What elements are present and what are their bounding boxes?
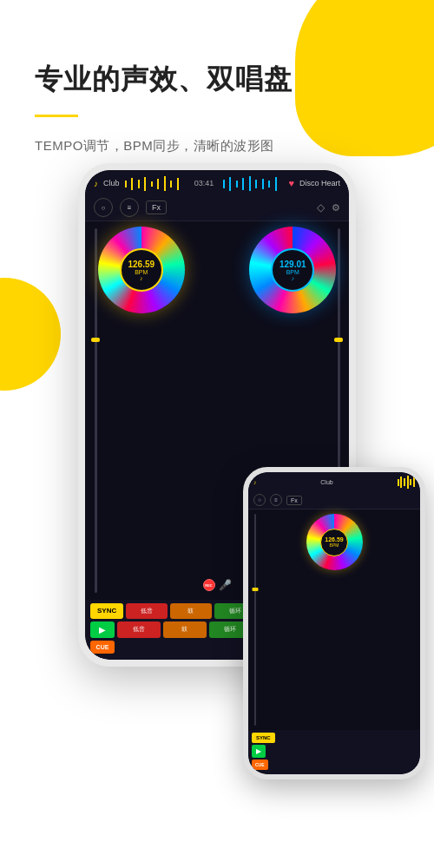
vinyl-center-right: 129.01 BPM ♪ (271, 248, 314, 292)
fx-btn-small[interactable]: Fx (286, 496, 302, 505)
waveform-right (222, 175, 283, 191)
vinyl-disk-right[interactable]: 129.01 BPM ♪ (249, 227, 336, 313)
center-controls: REC 🎤 (198, 225, 237, 596)
btn-drum-2[interactable]: 鼓 (163, 621, 207, 638)
btn-bass-1[interactable]: 低音 (126, 603, 168, 619)
dj-app-small: ♪ Club ○ ≡ (248, 472, 420, 774)
rec-button[interactable]: REC (203, 579, 215, 591)
music-note-icon: ♪ (94, 179, 98, 188)
track-time: 03:41 (194, 179, 214, 187)
cue-btn-small[interactable]: CUE (252, 760, 268, 770)
eq-btn-small[interactable]: ≡ (270, 494, 282, 506)
play-icon: ▶ (99, 625, 106, 635)
cue-button[interactable]: CUE (90, 641, 115, 654)
eq-btn[interactable]: ≡ (120, 198, 139, 217)
bpm-value-left: 126.59 (128, 260, 155, 269)
decorative-blob-top (295, 0, 434, 156)
fx-btn[interactable]: Fx (146, 201, 167, 214)
track-right: ♥ Disco Heart (222, 175, 340, 191)
diamond-icon: ◇ (317, 201, 325, 214)
decks-area-small: 126.59 BPM (248, 510, 420, 730)
controls-row: ○ ≡ Fx ◇ ⚙ (85, 194, 349, 221)
play-button[interactable]: ▶ (90, 621, 115, 638)
phone-secondary-inner: ♪ Club ○ ≡ (248, 472, 420, 774)
btn-row-small-1: SYNC (252, 733, 417, 743)
loop-btn-small[interactable]: ○ (253, 494, 266, 506)
deck-small-left: 126.59 BPM (252, 512, 417, 727)
track-info-bar: ♪ Club (85, 170, 349, 194)
track-name-left: Club (103, 179, 120, 187)
mic-icon[interactable]: 🎤 (219, 579, 232, 591)
yellow-divider (35, 115, 78, 117)
sync-button[interactable]: SYNC (90, 603, 123, 619)
tempo-slider-left[interactable] (92, 228, 99, 593)
controls-row-small: ○ ≡ Fx (248, 491, 420, 510)
tempo-handle-left (91, 338, 100, 342)
heart-icon: ♥ (288, 178, 294, 188)
track-name-right: Disco Heart (299, 179, 340, 187)
play-btn-small[interactable]: ▶ (252, 745, 266, 758)
sync-btn-small[interactable]: SYNC (252, 733, 275, 743)
vinyl-small-left[interactable]: 126.59 BPM (306, 514, 363, 570)
loop-btn[interactable]: ○ (94, 198, 113, 217)
tempo-slider-small-left[interactable] (253, 514, 258, 726)
tempo-track-left (95, 228, 97, 593)
waveform-left (125, 175, 186, 191)
page-content: 专业的声效、双唱盘 TEMPO调节，BPM同步，清晰的波形图 ♪ Club (0, 0, 434, 788)
tempo-handle-small (253, 588, 259, 591)
btn-row-small-3: CUE (252, 760, 417, 770)
track-left: ♪ Club (94, 175, 186, 191)
buttons-section-small: SYNC ▶ CUE (248, 730, 420, 774)
tempo-handle-right (334, 338, 343, 342)
btn-drum-1[interactable]: 鼓 (170, 603, 212, 619)
rec-area: REC 🎤 (198, 579, 237, 591)
bpm-label-right: BPM (286, 269, 299, 275)
bpm-label-left: BPM (135, 269, 148, 275)
btn-bass-2[interactable]: 低音 (117, 621, 161, 638)
tempo-track-small (254, 514, 256, 726)
vinyl-center-left: 126.59 BPM ♪ (120, 248, 163, 292)
bpm-icon-left: ♪ (140, 275, 143, 281)
btn-row-small-2: ▶ (252, 745, 417, 758)
deck-left: 126.59 BPM ♪ (90, 225, 193, 596)
vinyl-center-small: 126.59 BPM (320, 529, 348, 556)
track-info-bar-small: ♪ Club (248, 472, 420, 491)
rec-label: REC (205, 583, 212, 588)
bpm-icon-right: ♪ (292, 275, 295, 281)
track-name-small: Club (320, 479, 332, 485)
gear-icon[interactable]: ⚙ (332, 202, 340, 214)
phone-secondary: ♪ Club ○ ≡ (243, 467, 425, 779)
vinyl-disk-left[interactable]: 126.59 BPM ♪ (98, 227, 185, 313)
phones-container: ♪ Club (0, 163, 434, 788)
play-icon-small: ▶ (256, 747, 261, 755)
bpm-value-right: 129.01 (279, 260, 306, 269)
